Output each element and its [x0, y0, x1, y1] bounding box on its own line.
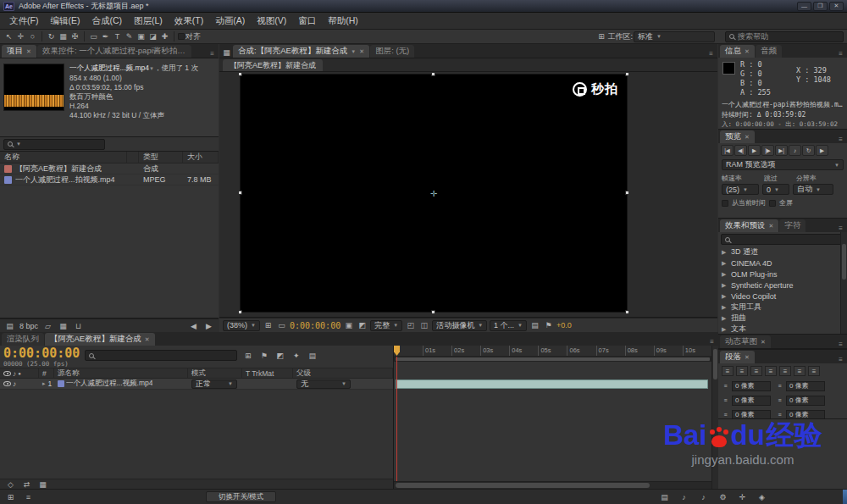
effects-search-input[interactable] — [734, 235, 840, 244]
twirl-icon[interactable]: ▶ — [722, 326, 728, 333]
timeline-search-input[interactable] — [97, 352, 233, 360]
panel-menu-icon[interactable]: ≡ — [839, 356, 843, 363]
scrollbar-thumb[interactable] — [713, 349, 717, 379]
effects-scrollbar[interactable] — [840, 232, 847, 334]
tab-timeline-comp[interactable]: 【阿亮AE教程】新建合成 ✕ — [45, 333, 155, 346]
eraser-tool-icon[interactable]: ◪ — [147, 31, 158, 42]
current-time-indicator-line[interactable] — [396, 357, 397, 481]
panel-menu-icon[interactable]: ≡ — [839, 341, 843, 348]
selection-handle[interactable] — [238, 310, 242, 314]
twirl-icon[interactable]: ▶ — [722, 271, 728, 278]
layer-duration-bar[interactable] — [396, 379, 708, 389]
resolution-select[interactable]: 完整 ▼ — [370, 320, 402, 331]
move-icon[interactable]: ✛ — [737, 491, 748, 502]
resolution-preview-select[interactable]: 自动▼ — [793, 184, 833, 195]
blend-mode-select[interactable]: 正常 ▼ — [191, 379, 237, 389]
tab-audio[interactable]: 音频 — [756, 45, 782, 58]
exposure-value[interactable]: +0.0 — [556, 321, 572, 330]
column-name[interactable]: 名称 — [0, 152, 127, 163]
align-left-icon[interactable]: ≡ — [722, 366, 734, 376]
tab-close-icon[interactable]: ✕ — [359, 48, 364, 55]
tab-motion-sketch[interactable]: 动态草图 ✕ — [720, 335, 771, 348]
tab-close-icon[interactable]: ✕ — [145, 336, 150, 343]
first-frame-button[interactable]: |◀ — [721, 145, 734, 156]
diamond-icon[interactable]: ◈ — [756, 491, 767, 502]
indent-left-field[interactable]: 0 像素 — [732, 381, 771, 391]
scroll-right-icon[interactable]: ▶ — [203, 320, 214, 331]
menu-view[interactable]: 视图(V) — [251, 13, 292, 29]
brush-tool-icon[interactable]: ✎ — [124, 31, 135, 42]
music-icon[interactable]: ♪ — [698, 491, 709, 502]
parent-select[interactable]: 无 ▼ — [296, 379, 351, 389]
twirl-icon[interactable]: ▶ — [722, 293, 728, 300]
effect-category[interactable]: ▶OLM Plug-ins — [718, 269, 839, 280]
project-flowchart-icon[interactable]: ⊞ — [5, 491, 16, 502]
menu-composition[interactable]: 合成(C) — [86, 13, 128, 29]
selection-handle[interactable] — [431, 72, 435, 76]
column-badge[interactable] — [127, 152, 139, 163]
zoom-tool-icon[interactable]: ○ — [27, 31, 38, 42]
twirl-icon[interactable]: ▶ — [722, 249, 728, 256]
project-search-field[interactable]: ▼ — [3, 139, 105, 150]
justify-all-icon[interactable]: ≡ — [808, 366, 820, 376]
composition-mini-flowchart-icon[interactable]: ⊞ — [242, 350, 253, 361]
justify-last-center-icon[interactable]: ≡ — [779, 366, 791, 376]
tab-close-icon[interactable]: ✕ — [745, 48, 750, 55]
snapshot-icon[interactable]: ▣ — [343, 320, 354, 331]
timeline-layer-row[interactable]: ♪ ▸ 1 一个人减肥过程...视频.mp4 正常 ▼ — [0, 379, 393, 390]
new-folder-icon[interactable]: ▱ — [42, 320, 53, 331]
panel-menu-icon[interactable]: ≡ — [210, 50, 214, 58]
previous-frame-button[interactable]: ◀| — [734, 145, 747, 156]
column-mode[interactable]: 模式 — [188, 368, 242, 378]
tab-preview[interactable]: 预览 ✕ — [720, 130, 755, 143]
ram-preview-options-select[interactable]: RAM 预览选项 ▼ — [722, 159, 844, 170]
effects-search-field[interactable] — [721, 234, 844, 245]
channels-icon[interactable]: ◩ — [357, 320, 368, 331]
twirl-icon[interactable]: ▸ — [42, 380, 46, 387]
effect-category[interactable]: ▶Video Copilot — [718, 291, 839, 302]
pan-behind-tool-icon[interactable]: ✠ — [69, 31, 80, 42]
layer-audio-toggle[interactable]: ♪ — [13, 379, 16, 388]
timeline-search-field[interactable] — [85, 350, 237, 361]
effect-category[interactable]: ▶实用工具 — [718, 302, 839, 313]
twirl-icon[interactable]: ▶ — [722, 304, 728, 311]
selection-handle[interactable] — [238, 72, 242, 76]
hanging-indent-field[interactable]: 0 像素 — [786, 410, 825, 419]
tab-layer-viewer[interactable]: 图层: (无) — [370, 45, 414, 58]
time-ruler[interactable]: 01s 02s 03s 04s 05s 06s 07s 08s 09s 10s — [394, 346, 711, 357]
project-row-footage[interactable]: 一个人减肥过程...拍视频.mp4 MPEG 7.8 MB — [0, 174, 219, 186]
tab-close-icon[interactable]: ✕ — [26, 48, 31, 55]
help-search-field[interactable] — [725, 31, 844, 42]
layer-color-chip[interactable] — [58, 380, 64, 387]
selection-handle[interactable] — [238, 191, 242, 195]
chevron-down-icon[interactable]: ▼ — [351, 49, 356, 54]
pen-tool-icon[interactable]: ✒ — [100, 31, 111, 42]
tab-close-icon[interactable]: ✕ — [745, 134, 750, 141]
space-before-field[interactable]: 0 像素 — [732, 396, 771, 406]
ram-preview-button[interactable]: ▶ — [816, 145, 828, 156]
menu-help[interactable]: 帮助(H) — [322, 13, 364, 29]
effect-category[interactable]: ▶文本 — [718, 324, 839, 334]
panel-menu-icon[interactable]: ≡ — [710, 338, 714, 346]
toggle-switches-modes-button[interactable]: 切换开关/模式 — [206, 491, 276, 502]
current-timecode[interactable]: 0:00:00:00 — [3, 347, 80, 360]
motion-blur-icon[interactable]: ✦ — [291, 350, 302, 361]
selection-handle[interactable] — [625, 72, 629, 76]
close-button[interactable]: ✕ — [829, 2, 844, 11]
tab-project[interactable]: 项目 ✕ — [2, 45, 36, 58]
camera-tool-icon[interactable]: ▦ — [58, 31, 69, 42]
panel-menu-icon[interactable]: ≡ — [839, 224, 843, 232]
selection-handle[interactable] — [625, 310, 629, 314]
twirl-icon[interactable]: ▶ — [722, 282, 728, 289]
effect-category[interactable]: ▶3D 通道 — [718, 246, 839, 258]
tab-effect-controls[interactable]: 效果控件: 一个人减肥过程-papi酱秒拍视频 — [37, 45, 191, 58]
play-button[interactable]: ▶ — [748, 145, 761, 156]
maximize-button[interactable]: ❐ — [813, 2, 828, 11]
twirl-icon[interactable]: ▶ — [722, 260, 728, 267]
tab-close-icon[interactable]: ✕ — [761, 339, 766, 346]
type-tool-icon[interactable]: T — [112, 31, 123, 42]
tab-info[interactable]: 信息 ✕ — [720, 45, 755, 58]
volume-icon[interactable]: ♪ — [678, 491, 689, 502]
clone-stamp-tool-icon[interactable]: ▣ — [136, 31, 147, 42]
graph-editor-icon[interactable]: ▤ — [307, 350, 318, 361]
